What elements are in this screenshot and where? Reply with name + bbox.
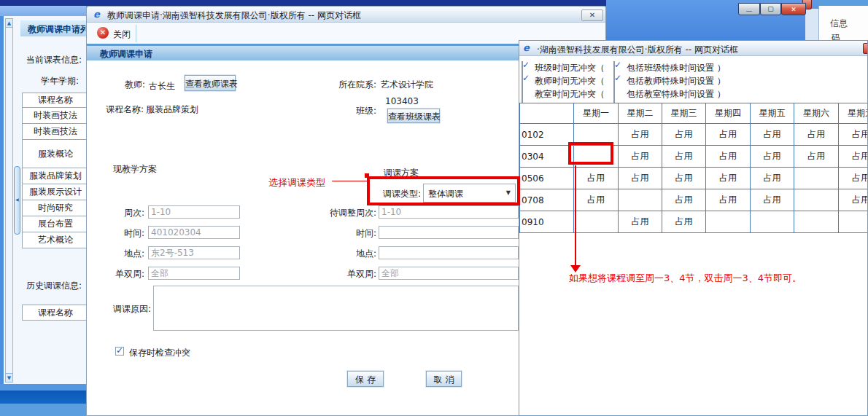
schedule-cell[interactable] (794, 189, 839, 211)
history-info-label: 历史调课信息: (26, 280, 82, 292)
schedule-row: 0506 占用 占用 占用 占用 占用 占用 (520, 168, 868, 189)
schedule-corner-cell (520, 103, 574, 124)
class-value: 103403 (385, 96, 419, 106)
schedule-cell[interactable]: 占用 (619, 168, 662, 189)
course-list-item[interactable]: 时装画技法 (23, 108, 89, 124)
ie-icon: e (523, 42, 530, 53)
background-window-edge (805, 9, 818, 41)
teacher-label: 教师: (101, 79, 145, 91)
schedule-cell[interactable] (794, 211, 839, 233)
adj-place-input[interactable] (379, 246, 519, 259)
cur-time-input[interactable]: 401020304 (148, 226, 240, 239)
schedule-cell[interactable]: 占用 (706, 146, 751, 168)
schedule-cell[interactable] (794, 168, 839, 189)
course-list-item[interactable]: 时尚研究 (23, 200, 89, 216)
save-button[interactable]: 保 存 (347, 371, 384, 387)
adj-place-label: 地点: (333, 248, 376, 260)
right-dialog-close-button[interactable] (863, 43, 868, 54)
schedule-cell[interactable]: 占用 (706, 124, 751, 146)
adj-parity-input[interactable]: 全部 (379, 267, 519, 280)
schedule-cell[interactable]: 占用 (751, 168, 794, 189)
view-teacher-schedule-button[interactable]: 查看教师课表 (185, 75, 236, 91)
app-top-strip (0, 0, 606, 6)
conflict-option-row: 教室时间无冲突（ 包括教室特殊时间设置 ） (519, 87, 868, 100)
scroll-up-icon[interactable]: ▲ (5, 18, 13, 28)
cur-week-input[interactable]: 1-10 (148, 205, 240, 219)
schedule-cell[interactable]: 占用 (574, 189, 619, 211)
current-info-label: 当前课表信息: (26, 54, 82, 66)
history-table: 课程名称 (22, 305, 89, 321)
left-scrollbar[interactable] (5, 18, 13, 382)
schedule-cell[interactable]: 占用 (794, 146, 839, 168)
schedule-cell[interactable] (706, 211, 751, 233)
maximize-button[interactable]: ▢ (760, 3, 781, 15)
dialog-close-button[interactable]: ✕ (581, 9, 603, 21)
cur-time-label: 时间: (101, 227, 144, 240)
course-list-item[interactable]: 服装展示设计 (23, 184, 89, 200)
check-conflict-checkbox[interactable] (115, 347, 124, 356)
schedule-cell[interactable]: 占用 (619, 146, 662, 168)
adj-week-input[interactable]: 1-10 (379, 205, 519, 219)
adj-time-input[interactable] (379, 226, 519, 239)
schedule-cell[interactable]: 占用 (662, 124, 706, 146)
schedule-cell[interactable]: 占用 (662, 211, 706, 233)
schedule-cell[interactable]: 占用 (839, 124, 868, 146)
course-name-value: 服装品牌策划 (146, 103, 198, 116)
class-special-label: 包括班级特殊时间设置 ） (627, 62, 726, 74)
schedule-cell[interactable]: 占用 (574, 168, 619, 189)
main-dialog-titlebar[interactable]: e 教师调课申请·湖南强智科技发展有限公司·版权所有 -- 网页对话框 ✕ (87, 7, 606, 23)
class-conflict-label: 班级时间无冲突（ (535, 62, 605, 74)
room-special-checkbox[interactable] (613, 87, 615, 103)
teacher-value: 古长生 (149, 80, 175, 93)
schedule-day-header: 星期四 (706, 103, 751, 124)
right-dialog-titlebar[interactable]: e ·湖南强智科技发展有限公司·版权所有 -- 网页对话框 (519, 41, 868, 56)
reason-textarea[interactable] (153, 286, 519, 331)
course-list-item[interactable]: 服装品牌策划 (23, 168, 89, 184)
schedule-cell[interactable]: 占用 (839, 189, 868, 211)
screen: 信息 码 — ▢ ✕ ▲ ▼ ◀ 教师调课申请列 当前课表信息: 学年学期: 课… (0, 0, 868, 416)
panel-collapse-handle[interactable]: ◀ (14, 166, 20, 235)
course-list-item[interactable]: 服装概论 (23, 140, 89, 168)
annotation-select-type-label: 选择调课类型 (268, 176, 325, 189)
course-list-item[interactable]: 艺术概论 (23, 232, 89, 248)
cur-parity-label: 单双周: (101, 268, 144, 280)
course-list-item[interactable]: 展台布置 (23, 216, 89, 232)
schedule-day-header: 星期天 (839, 103, 868, 124)
schedule-cell[interactable] (751, 211, 794, 233)
schedule-cell[interactable]: 占用 (662, 168, 706, 189)
schedule-cell[interactable]: 占用 (706, 189, 751, 211)
period-label: 0304 (520, 146, 574, 168)
schedule-cell[interactable]: 占用 (662, 146, 706, 168)
period-label: 0506 (520, 168, 574, 189)
minimize-button[interactable]: — (738, 3, 760, 15)
toolbar-close-button[interactable]: 关闭 (113, 28, 131, 41)
room-conflict-checkbox[interactable] (522, 87, 523, 103)
schedule-cell[interactable]: 占用 (751, 146, 794, 168)
section-title: 教师调课申请 (100, 48, 152, 60)
schedule-cell[interactable] (839, 211, 868, 233)
ie-icon: e (93, 9, 100, 20)
cancel-button[interactable]: 取 消 (426, 371, 462, 387)
cur-place-input[interactable]: 东2号-513 (148, 246, 240, 259)
course-list-item[interactable]: 时装画技法 (23, 124, 89, 140)
close-button[interactable]: ✕ (781, 3, 806, 15)
department-label: 所在院系: (318, 79, 376, 91)
sidebar-header: 教师调课申请列 (20, 20, 86, 36)
cur-week-label: 周次: (101, 207, 144, 219)
scroll-down-icon[interactable]: ▼ (5, 373, 13, 382)
stop-icon: ✕ (97, 27, 109, 39)
schedule-cell[interactable]: 占用 (839, 146, 868, 168)
schedule-cell[interactable]: 占用 (619, 124, 662, 146)
schedule-cell[interactable]: 占用 (619, 211, 662, 233)
cur-parity-input[interactable]: 全部 (148, 267, 240, 280)
schedule-cell[interactable]: 占用 (751, 189, 794, 211)
period-label: 0910 (520, 211, 574, 233)
view-class-schedule-button[interactable]: 查看班级课表 (387, 109, 440, 123)
schedule-cell[interactable] (574, 211, 619, 233)
schedule-cell[interactable]: 占用 (751, 124, 794, 146)
schedule-cell[interactable]: 占用 (706, 168, 751, 189)
schedule-cell[interactable]: 占用 (839, 168, 868, 189)
schedule-cell[interactable]: 占用 (794, 124, 839, 146)
schedule-cell[interactable] (619, 189, 662, 211)
schedule-cell[interactable]: 占用 (662, 189, 706, 211)
